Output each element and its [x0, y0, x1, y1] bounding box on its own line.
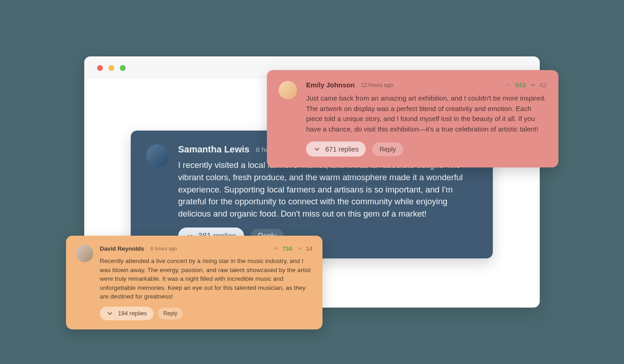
chevron-down-icon — [296, 245, 303, 252]
chevron-up-icon — [505, 81, 512, 89]
downvote-button[interactable]: 42 — [529, 81, 547, 89]
comment-text: I recently visited a local farmer's mark… — [178, 159, 477, 220]
comment-card-top-right: Emily Johnson 12 hours ago 943 42 Just c… — [267, 70, 558, 167]
vote-controls: 943 42 — [505, 81, 547, 89]
window-maximize-button[interactable] — [120, 65, 126, 71]
comment-text: Recently attended a live concert by a ri… — [100, 257, 312, 301]
replies-toggle[interactable]: 671 replies — [306, 142, 366, 157]
downvote-count: 14 — [306, 245, 312, 252]
avatar — [146, 144, 169, 167]
replies-count-label: 194 replies — [118, 310, 147, 317]
chevron-down-icon — [529, 81, 537, 89]
comment-text: Just came back from an amazing art exhib… — [306, 93, 547, 134]
comment-timestamp: 6 hours ago — [151, 246, 177, 251]
comment-author[interactable]: David Reynolds — [100, 245, 144, 252]
avatar — [76, 245, 93, 262]
avatar — [279, 81, 297, 99]
upvote-count: 734 — [282, 245, 292, 252]
chevron-down-icon — [313, 146, 321, 153]
chevron-up-icon — [272, 245, 280, 252]
replies-count-label: 671 replies — [325, 145, 358, 153]
window-minimize-button[interactable] — [108, 65, 114, 71]
upvote-button[interactable]: 943 — [505, 81, 526, 89]
reply-button[interactable]: Reply — [158, 308, 183, 319]
comment-card-bottom-left: David Reynolds 6 hours ago 734 14 Recent… — [66, 236, 322, 329]
downvote-button[interactable]: 14 — [296, 245, 312, 252]
window-close-button[interactable] — [97, 65, 103, 71]
downvote-count: 42 — [539, 81, 547, 89]
chevron-down-icon — [106, 310, 113, 317]
upvote-button[interactable]: 734 — [272, 245, 292, 252]
upvote-count: 943 — [515, 81, 526, 89]
comment-author[interactable]: Samantha Lewis — [178, 144, 250, 155]
comment-author[interactable]: Emily Johnson — [306, 81, 355, 89]
vote-controls: 734 14 — [272, 245, 312, 252]
replies-toggle[interactable]: 194 replies — [100, 307, 153, 320]
reply-button[interactable]: Reply — [372, 142, 403, 156]
comment-timestamp: 12 hours ago — [361, 82, 393, 88]
